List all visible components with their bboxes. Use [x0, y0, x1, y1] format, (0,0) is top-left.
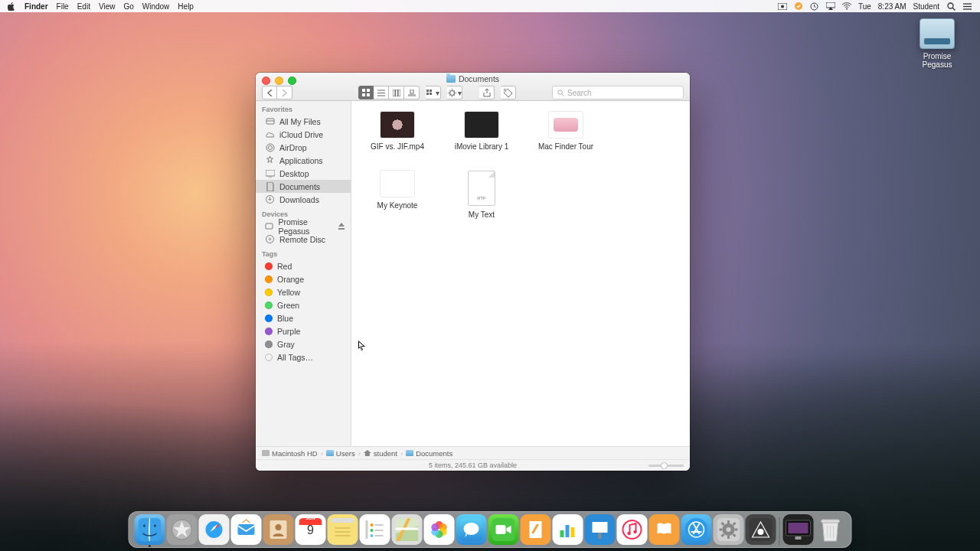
sidebar-item-all-my-files[interactable]: All My Files: [256, 115, 351, 128]
search-input[interactable]: [567, 89, 678, 97]
sidebar-item-downloads[interactable]: Downloads: [256, 193, 351, 206]
forward-button[interactable]: [277, 86, 292, 99]
dock-notes[interactable]: [328, 514, 358, 545]
sidebar-item-label: Downloads: [279, 195, 319, 204]
screen-record-icon[interactable]: [778, 2, 787, 11]
sidebar-item-documents[interactable]: Documents: [256, 180, 351, 193]
apple-menu-icon[interactable]: [7, 2, 16, 11]
menu-edit[interactable]: Edit: [77, 2, 90, 11]
dock-messages[interactable]: [456, 514, 487, 545]
svg-point-77: [431, 523, 439, 531]
file-my-text[interactable]: RTFMy Text: [449, 171, 514, 219]
menubar-user[interactable]: Student: [913, 2, 939, 11]
view-columns-button[interactable]: [389, 86, 404, 99]
arrange-button[interactable]: ▾: [426, 86, 441, 99]
file-label: Mac Finder Tour: [534, 142, 598, 151]
dock-keynote[interactable]: [585, 514, 616, 545]
view-list-button[interactable]: [374, 86, 389, 99]
dock-launchpad[interactable]: [167, 514, 198, 545]
sidebar-tag-yellow[interactable]: Yellow: [256, 285, 351, 298]
airplay-icon[interactable]: [826, 2, 835, 11]
finder-window: Documents ▾ ▾: [256, 73, 690, 471]
svg-rect-112: [789, 523, 808, 533]
dock-pages[interactable]: [521, 514, 551, 545]
path-seg-users[interactable]: Users: [326, 449, 355, 458]
sidebar-item-icloud-drive[interactable]: iCloud Drive: [256, 128, 351, 141]
svg-rect-24: [426, 90, 429, 92]
sidebar-item-airdrop[interactable]: AirDrop: [256, 141, 351, 154]
file-gif-vs-jif-mp4[interactable]: GIF vs. JIF.mp4: [365, 112, 430, 151]
window-minimize-button[interactable]: [275, 77, 283, 85]
back-button[interactable]: [262, 86, 277, 99]
sidebar-tag-gray[interactable]: Gray: [256, 337, 351, 350]
menu-window[interactable]: Window: [142, 2, 170, 11]
file-mac-finder-tour[interactable]: Mac Finder Tour: [534, 112, 598, 151]
svg-rect-87: [571, 527, 575, 537]
menubar-day[interactable]: Tue: [858, 2, 871, 11]
sidebar-tag-red[interactable]: Red: [256, 259, 351, 272]
dock-display-prefs[interactable]: [783, 514, 814, 545]
sidebar-item-label: Yellow: [277, 288, 300, 297]
path-seg-student[interactable]: student: [364, 449, 397, 458]
sidebar-item-remote-disc[interactable]: Remote Disc: [256, 233, 351, 246]
menubar-time[interactable]: 8:23 AM: [878, 2, 906, 11]
sidebar-tag-orange[interactable]: Orange: [256, 272, 351, 285]
dock-photos[interactable]: [424, 514, 455, 545]
action-button[interactable]: ▾: [447, 86, 462, 99]
status-icon[interactable]: [794, 2, 803, 11]
sidebar-item-desktop[interactable]: Desktop: [256, 167, 351, 180]
sidebar-tag-blue[interactable]: Blue: [256, 311, 351, 324]
sidebar-tag-purple[interactable]: Purple: [256, 324, 351, 337]
dock-safari[interactable]: [199, 514, 230, 545]
sidebar-item-applications[interactable]: Applications: [256, 154, 351, 167]
dock-itunes[interactable]: [617, 514, 648, 545]
dock-trash[interactable]: [815, 514, 846, 545]
icon-size-slider[interactable]: [648, 465, 684, 467]
view-icons-button[interactable]: [358, 86, 374, 99]
time-machine-icon[interactable]: [810, 2, 819, 11]
svg-rect-26: [426, 93, 429, 95]
sidebar-tag-green[interactable]: Green: [256, 298, 351, 311]
file-my-keynote[interactable]: My Keynote: [365, 171, 430, 219]
dock-numbers[interactable]: [553, 514, 583, 545]
dock-imovie[interactable]: [746, 514, 776, 545]
eject-icon[interactable]: [338, 223, 345, 230]
dock-calendar[interactable]: JUN9: [296, 514, 326, 545]
desktop-drive-promise-pegasus[interactable]: Promise Pegasus: [910, 18, 965, 69]
dock-finder[interactable]: [135, 514, 165, 545]
search-field[interactable]: [552, 86, 684, 99]
dock-maps[interactable]: [392, 514, 423, 545]
nav-back-forward: [262, 86, 292, 99]
dock-system-preferences[interactable]: [714, 514, 744, 545]
dock-ibooks[interactable]: [649, 514, 680, 545]
svg-point-34: [266, 144, 274, 152]
menu-help[interactable]: Help: [178, 2, 194, 11]
file-thumbnail: [549, 112, 583, 138]
dock-appstore[interactable]: [681, 514, 712, 545]
dock-mail[interactable]: [231, 514, 262, 545]
all-my-files-icon: [265, 116, 275, 126]
share-button[interactable]: [479, 86, 495, 99]
path-seg-macintosh-hd[interactable]: Macintosh HD: [262, 449, 318, 458]
finder-content[interactable]: GIF vs. JIF.mp4iMovie Library 1Mac Finde…: [351, 101, 690, 446]
notification-center-icon[interactable]: [962, 2, 972, 11]
tags-button[interactable]: [501, 86, 516, 99]
menu-view[interactable]: View: [99, 2, 116, 11]
window-close-button[interactable]: [262, 77, 270, 85]
view-coverflow-button[interactable]: [404, 86, 420, 99]
svg-rect-86: [566, 525, 570, 537]
wifi-icon[interactable]: [842, 2, 851, 11]
file-imovie-library-1[interactable]: iMovie Library 1: [449, 112, 514, 151]
menu-go[interactable]: Go: [123, 2, 133, 11]
menu-file[interactable]: File: [57, 2, 69, 11]
spotlight-icon[interactable]: [946, 2, 956, 11]
sidebar-tag-all-tags-[interactable]: All Tags…: [256, 350, 351, 364]
window-zoom-button[interactable]: [288, 77, 296, 85]
dock-facetime[interactable]: [488, 514, 519, 545]
finder-titlebar[interactable]: Documents ▾ ▾: [256, 73, 690, 101]
sidebar-item-promise-pegasus[interactable]: Promise Pegasus: [256, 220, 351, 233]
dock-reminders[interactable]: [360, 514, 390, 545]
path-seg-documents[interactable]: Documents: [406, 449, 452, 458]
dock-contacts[interactable]: [263, 514, 294, 545]
menubar-app-name[interactable]: Finder: [24, 2, 48, 11]
